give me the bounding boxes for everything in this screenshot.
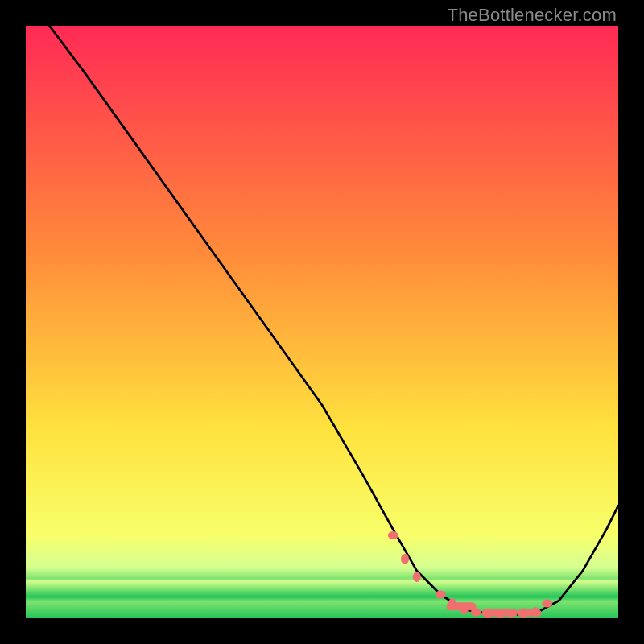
curve-layer [26, 26, 618, 618]
valley-point [542, 600, 552, 608]
valley-point [436, 591, 446, 599]
valley-point [413, 572, 421, 582]
watermark-text: TheBottlenecker.com [448, 5, 617, 26]
bottleneck-curve [49, 26, 618, 615]
valley-lozenge [447, 602, 477, 610]
valley-lozenge [518, 609, 541, 617]
valley-point [388, 531, 398, 539]
valley-lozenge [482, 609, 518, 617]
valley-points [388, 531, 552, 618]
chart-container: TheBottlenecker.com [0, 0, 644, 644]
plot-area [26, 26, 618, 618]
valley-point [401, 554, 409, 564]
